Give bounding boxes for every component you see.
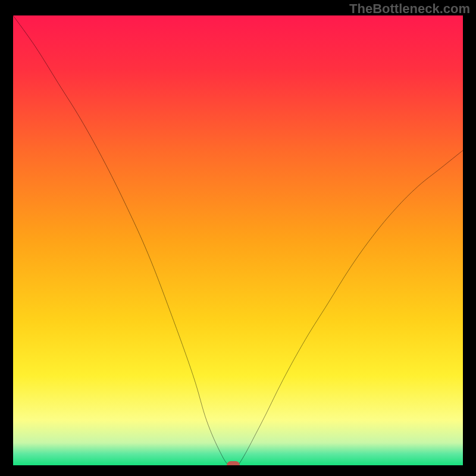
- plot-area: [13, 15, 463, 465]
- bottleneck-curve: [13, 15, 463, 465]
- curve-layer: [13, 15, 463, 465]
- chart-frame: TheBottleneck.com: [0, 0, 476, 476]
- optimum-marker: [227, 461, 240, 465]
- watermark-text: TheBottleneck.com: [349, 1, 470, 17]
